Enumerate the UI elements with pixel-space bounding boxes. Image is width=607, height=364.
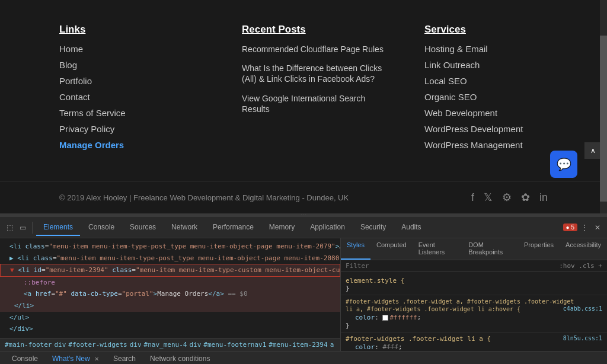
event-listeners-tab[interactable]: Event Listeners [413,238,462,260]
properties-tab[interactable]: Properties [518,238,560,260]
tab-application[interactable]: Application [303,219,352,236]
devtools-main-content: <li class="menu-item menu-item-type-post… [0,238,607,351]
link-portfolio[interactable]: Portfolio [59,76,92,86]
bottom-tab-network-label: Network conditions [150,355,210,363]
tab-sources[interactable]: Sources [123,219,163,236]
service-wp-dev[interactable]: WordPress Development [424,124,523,134]
selected-code-line[interactable]: ▼ <li id="menu-item-2394" class="menu-it… [0,264,340,277]
bottom-tab-whats-new[interactable]: What's New ✕ [45,352,106,365]
code-line[interactable]: <li class="menu-item menu-item-type-post… [0,241,340,253]
bottom-tab-console[interactable]: Console [5,352,45,365]
tab-memory[interactable]: Memory [262,219,302,236]
code-line[interactable]: ▶ <li class="menu-item menu-item-type-po… [0,253,340,264]
code-line-ul-close[interactable]: </ul> [0,312,340,324]
styles-filter-bar: :hov .cls + [341,260,607,272]
link-manage-orders[interactable]: Manage Orders [59,140,124,150]
style-selector-element: element.style { [346,277,602,285]
list-item: Manage Orders [59,140,206,150]
breadcrumb-div2[interactable]: div [130,341,142,349]
list-item: Web Development [424,108,571,118]
services-list: Hosting & Email Link Outreach Local SEO … [424,44,571,150]
github-icon[interactable]: ⚙ [502,191,512,204]
bottom-tab-network-conditions[interactable]: Network conditions [143,352,217,365]
error-count-badge: ● 5 [563,223,577,231]
breadcrumb-footer-widgets[interactable]: #footer-widgets [68,341,127,349]
breadcrumb-div1[interactable]: div [54,341,66,349]
tab-network[interactable]: Network [164,219,205,236]
links-heading: Links [59,24,206,36]
facebook-icon[interactable]: f [471,191,474,204]
twitter-icon[interactable]: 𝕏 [484,191,493,204]
code-line-before[interactable]: ::before [0,277,340,289]
list-item: Home [59,44,206,54]
list-item: Privacy Policy [59,124,206,134]
post-google-international[interactable]: View Google International Search Results [242,94,365,114]
style-close2: } [346,322,602,330]
close-devtools-button[interactable]: ✕ [592,222,603,234]
service-organic-seo[interactable]: Organic SEO [424,92,477,102]
styles-content: element.style { } #footer-widgets .foote… [341,272,607,351]
breadcrumb-nav-menu[interactable]: #nav_menu-4 [144,341,187,349]
devtools-toolbar: ⬚ ▭ Elements Console Sources Network Per… [0,217,607,238]
footer-columns: Links Home Blog Portfolio Contact Terms … [0,0,607,181]
tab-console[interactable]: Console [81,219,122,236]
computed-tab[interactable]: Computed [370,238,413,260]
filter-hints: :hov .cls + [559,262,602,270]
dom-breakpoints-tab[interactable]: DOM Breakpoints [462,238,518,260]
link-privacy[interactable]: Privacy Policy [59,124,114,134]
link-home[interactable]: Home [59,44,83,54]
service-link-outreach[interactable]: Link Outreach [424,60,480,70]
breadcrumb-div3[interactable]: div [189,341,201,349]
bottom-tab-search[interactable]: Search [106,352,143,365]
elements-tree[interactable]: <li class="menu-item menu-item-type-post… [0,238,340,338]
services-heading: Services [424,24,571,36]
post-cloudflare[interactable]: Recommended Cloudflare Page Rules [242,44,384,54]
breadcrumb-anchor[interactable]: a [330,341,334,349]
list-item: Portfolio [59,76,206,86]
service-web-dev[interactable]: Web Development [424,108,497,118]
chat-bubble[interactable]: 💬 [550,151,577,178]
bottom-tabs-bar: Console What's New ✕ Search Network cond… [0,351,607,364]
linkedin-icon[interactable]: in [539,191,548,204]
code-line-li-close[interactable]: </li> [0,300,340,312]
breadcrumb-main-footer[interactable]: #main-footer [5,341,52,349]
list-item: What Is the Difference between Clicks (A… [242,63,389,84]
link-blog[interactable]: Blog [59,60,77,70]
social-icons-group: f 𝕏 ⚙ ✿ in [471,191,548,204]
style-selector-li: #footer-widgets .footer-widget li a { 8l… [346,335,602,343]
yelp-icon[interactable]: ✿ [521,191,530,204]
link-contact[interactable]: Contact [59,92,90,102]
scroll-up-button[interactable]: ∧ [584,142,601,159]
inspect-element-button[interactable]: ⬚ [4,222,15,234]
list-item: Contact [59,92,206,102]
styles-tabs: Styles Computed Event Listeners DOM Brea… [341,238,607,260]
code-line-div1[interactable]: </div> [0,323,340,335]
code-line-anchor[interactable]: <a href="#" data-cb-type="portal">Manage… [0,288,340,300]
list-item: Terms of Service [59,108,206,118]
footer-col-recent: Recent Posts Recommended Cloudflare Page… [242,24,389,169]
list-item: Recommended Cloudflare Page Rules [242,44,389,55]
breadcrumb-menu-nav1[interactable]: #menu-footernav1 [203,341,266,349]
elements-panel: <li class="menu-item menu-item-type-post… [0,238,341,351]
close-tab-icon[interactable]: ✕ [94,356,99,362]
tab-elements[interactable]: Elements [36,219,80,236]
post-facebook-clicks[interactable]: What Is the Difference between Clicks (A… [242,63,382,84]
tab-performance[interactable]: Performance [206,219,261,236]
more-options-button[interactable]: ⋮ [579,222,590,234]
service-wp-mgmt[interactable]: WordPress Management [424,140,523,150]
tab-security[interactable]: Security [353,219,393,236]
style-rule-footer-widget: #footer-widgets .footer-widget a, #foote… [341,295,607,333]
toolbar-separator [32,222,33,234]
accessibility-tab[interactable]: Accessibility [560,238,607,260]
scrollbar-thumb[interactable] [600,36,607,202]
tab-audits[interactable]: Audits [394,219,428,236]
device-toggle-button[interactable]: ▭ [17,222,28,234]
breadcrumb-menu-item[interactable]: #menu-item-2394 [269,341,327,349]
service-local-seo[interactable]: Local SEO [424,76,467,86]
service-hosting[interactable]: Hosting & Email [424,44,488,54]
styles-filter-input[interactable] [346,262,557,270]
list-item: Local SEO [424,76,571,86]
link-terms[interactable]: Terms of Service [59,108,126,118]
styles-tab[interactable]: Styles [341,238,370,260]
bottom-tab-whats-new-label: What's New [52,355,90,363]
